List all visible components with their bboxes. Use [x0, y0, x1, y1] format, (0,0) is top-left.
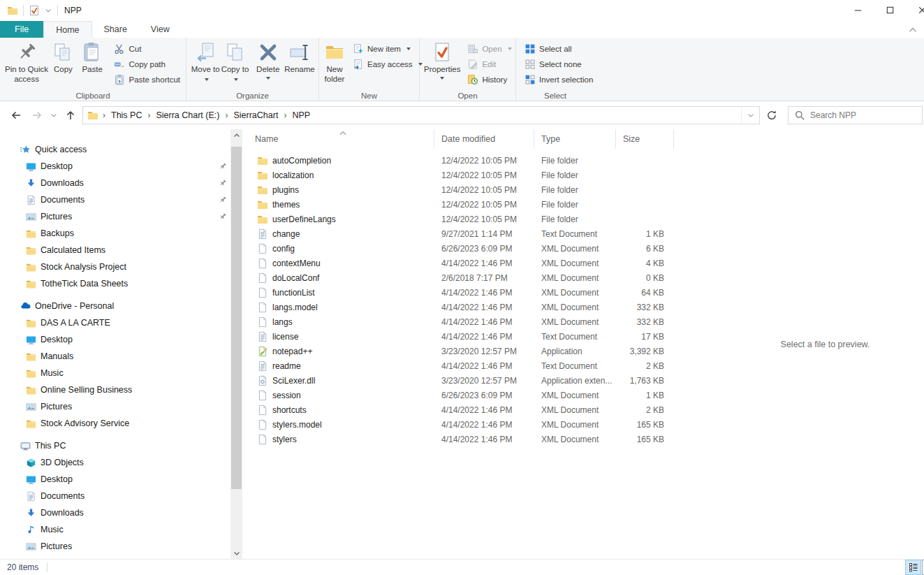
refresh-button[interactable]: [761, 106, 782, 124]
search-input[interactable]: [810, 110, 922, 120]
group-label-open: Open: [420, 92, 515, 100]
back-button[interactable]: [6, 105, 27, 125]
file-row[interactable]: langs.model4/14/2022 1:46 PMXML Document…: [248, 300, 674, 314]
sidebar-item-tothetick-data-sheets[interactable]: TotheTick Data Sheets: [0, 275, 242, 292]
up-button[interactable]: [60, 105, 81, 125]
delete-button[interactable]: Delete: [253, 40, 284, 87]
file-row[interactable]: localization12/4/2022 10:05 PMFile folde…: [248, 168, 674, 182]
sidebar-item-3d-objects[interactable]: 3D Objects: [0, 454, 242, 471]
cut-button[interactable]: Cut: [111, 41, 183, 57]
scroll-up-button[interactable]: [230, 129, 242, 141]
breadcrumb-item[interactable]: Sierra Chart (E:): [154, 110, 221, 120]
address-bar[interactable]: ›This PC›Sierra Chart (E:)›SierraChart›N…: [82, 106, 760, 124]
file-row[interactable]: shortcuts4/14/2022 1:46 PMXML Document2 …: [248, 402, 674, 417]
file-row[interactable]: doLocalConf2/6/2018 7:17 PMXML Document0…: [248, 270, 674, 285]
select-all-button[interactable]: Select all: [522, 41, 596, 57]
quick-access-toolbar-properties-icon[interactable]: [29, 5, 40, 16]
sidebar-item-music[interactable]: Music: [0, 365, 242, 381]
sidebar-item-stock-analysis-project[interactable]: Stock Analysis Project: [0, 259, 242, 275]
sidebar-item-das-a-la-carte[interactable]: DAS A LA CARTE: [0, 314, 242, 331]
minimize-button[interactable]: [842, 0, 874, 21]
copy-button[interactable]: Copy: [49, 40, 78, 87]
paste-button[interactable]: Paste: [78, 40, 108, 87]
properties-button[interactable]: Properties: [424, 40, 460, 87]
rename-button[interactable]: Rename: [284, 40, 316, 87]
close-button[interactable]: [907, 0, 924, 21]
tab-home[interactable]: Home: [43, 21, 91, 38]
sidebar-item-quick-access[interactable]: Quick access: [0, 141, 242, 158]
sidebar-item-desktop[interactable]: Desktop: [0, 158, 242, 175]
sidebar-item-backups[interactable]: Backups: [0, 225, 242, 242]
sidebar-item-documents[interactable]: Documents: [0, 488, 242, 504]
breadcrumb-item[interactable]: This PC: [110, 110, 143, 120]
pin-to-quick-access-button[interactable]: Pin to Quick access: [4, 40, 49, 87]
address-dropdown-button[interactable]: [741, 107, 759, 124]
scroll-down-button[interactable]: [230, 547, 242, 559]
group-label-clipboard: Clipboard: [0, 92, 186, 100]
file-row[interactable]: notepad++3/23/2020 12:57 PMApplication3,…: [248, 344, 674, 358]
file-row[interactable]: autoCompletion12/4/2022 10:05 PMFile fol…: [248, 153, 674, 168]
sidebar-item-pictures[interactable]: Pictures: [0, 538, 242, 555]
new-item-button[interactable]: New item: [350, 41, 425, 57]
sidebar-item-desktop[interactable]: Desktop: [0, 331, 242, 348]
select-none-button[interactable]: Select none: [522, 57, 596, 72]
copy-path-button[interactable]: Copy path: [111, 57, 183, 72]
file-row[interactable]: plugins12/4/2022 10:05 PMFile folder: [248, 182, 674, 197]
back-arrow-icon: [10, 110, 22, 121]
sidebar-item-documents[interactable]: Documents: [0, 191, 242, 208]
file-row[interactable]: config6/26/2023 6:09 PMXML Document6 KB: [248, 241, 674, 256]
customize-toolbar-chevron-icon[interactable]: [44, 6, 52, 15]
history-button[interactable]: History: [464, 72, 514, 87]
file-type: XML Document: [534, 288, 616, 298]
sidebar-item-pictures[interactable]: Pictures: [0, 208, 242, 225]
search-box[interactable]: [788, 106, 923, 124]
invert-selection-button[interactable]: Invert selection: [522, 72, 596, 87]
file-row[interactable]: license4/14/2022 1:46 PMText Document17 …: [248, 329, 674, 344]
sidebar-item-downloads[interactable]: Downloads: [0, 175, 242, 191]
sidebar-item-online-selling-business[interactable]: Online Selling Business: [0, 381, 242, 398]
details-view-button[interactable]: [905, 560, 921, 575]
file-row[interactable]: functionList4/14/2022 1:46 PMXML Documen…: [248, 285, 674, 300]
desktop-icon: [26, 161, 36, 172]
file-row[interactable]: readme4/14/2022 1:46 PMText Document2 KB: [248, 358, 674, 373]
tab-share[interactable]: Share: [92, 21, 139, 38]
sidebar-item-this-pc[interactable]: This PC: [0, 437, 242, 454]
file-row[interactable]: userDefineLangs12/4/2022 10:05 PMFile fo…: [248, 212, 674, 226]
dll-icon: [257, 375, 268, 386]
breadcrumb-item[interactable]: SierraChart: [232, 110, 279, 120]
dropdown-caret-icon: [205, 78, 209, 81]
tab-view[interactable]: View: [139, 21, 182, 38]
copy-to-button[interactable]: Copy to: [220, 40, 249, 87]
sidebar-item-downloads[interactable]: Downloads: [0, 504, 242, 521]
tab-file[interactable]: File: [0, 21, 43, 38]
column-header-date-modified[interactable]: Date modified: [434, 129, 534, 149]
new-folder-button[interactable]: New folder: [323, 40, 346, 87]
sidebar-item-calculated-items[interactable]: Calculated Items: [0, 242, 242, 259]
column-header-name[interactable]: Name: [248, 129, 434, 149]
file-row[interactable]: themes12/4/2022 10:05 PMFile folder: [248, 197, 674, 212]
sidebar-item-desktop[interactable]: Desktop: [0, 471, 242, 488]
paste-shortcut-button[interactable]: Paste shortcut: [111, 72, 183, 87]
sidebar-item-manuals[interactable]: Manuals: [0, 348, 242, 365]
sidebar-item-stock-advisory-service[interactable]: Stock Advisory Service: [0, 415, 242, 432]
file-row[interactable]: change9/27/2021 1:14 PMText Document1 KB: [248, 226, 674, 241]
column-header-type[interactable]: Type: [534, 129, 616, 149]
easy-access-button[interactable]: Easy access: [350, 57, 425, 72]
file-row[interactable]: langs4/14/2022 1:46 PMXML Document332 KB: [248, 314, 674, 329]
file-row[interactable]: contextMenu4/14/2022 1:46 PMXML Document…: [248, 256, 674, 270]
scrollbar-thumb[interactable]: [231, 147, 242, 489]
file-row[interactable]: session6/26/2023 6:09 PMXML Document1 KB: [248, 388, 674, 402]
sidebar-item-pictures[interactable]: Pictures: [0, 398, 242, 415]
column-header-size[interactable]: Size: [616, 129, 674, 149]
sidebar-scrollbar[interactable]: [230, 129, 242, 559]
sidebar-item-music[interactable]: Music: [0, 521, 242, 538]
file-row[interactable]: stylers4/14/2022 1:46 PMXML Document165 …: [248, 432, 674, 446]
collapse-ribbon-icon[interactable]: [907, 24, 918, 36]
maximize-button[interactable]: [874, 0, 907, 21]
sidebar-item-onedrive-personal[interactable]: OneDrive - Personal: [0, 298, 242, 314]
breadcrumb-item[interactable]: NPP: [291, 110, 311, 120]
move-to-button[interactable]: Move to: [191, 40, 220, 87]
recent-locations-button[interactable]: [47, 105, 60, 125]
file-row[interactable]: SciLexer.dll3/23/2020 12:57 PMApplicatio…: [248, 373, 674, 388]
file-row[interactable]: stylers.model4/14/2022 1:46 PMXML Docume…: [248, 417, 674, 432]
